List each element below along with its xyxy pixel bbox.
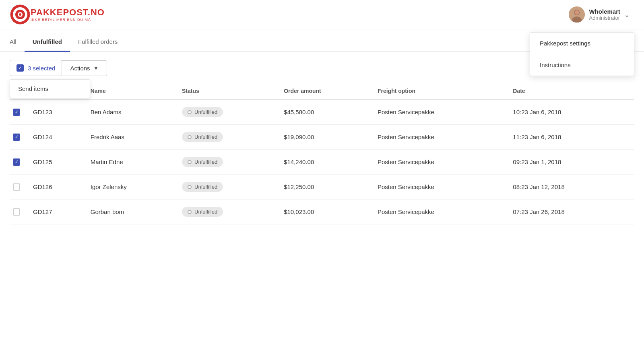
row-checkbox[interactable] bbox=[13, 183, 20, 191]
selected-badge: 3 selected bbox=[10, 60, 62, 76]
status-badge: Unfulfilled bbox=[182, 157, 223, 167]
bulk-checkbox[interactable] bbox=[17, 64, 24, 72]
table-row: GD127Gorban bomUnfulfilled$10,023.00Post… bbox=[10, 200, 634, 224]
cell-orderid: GD124 bbox=[30, 125, 87, 150]
col-status: Status bbox=[179, 82, 281, 100]
cell-orderid: GD127 bbox=[30, 200, 87, 224]
cell-orderid: GD125 bbox=[30, 150, 87, 175]
logo-title: PAKKEPOST.NO bbox=[31, 7, 105, 18]
row-checkbox[interactable] bbox=[13, 109, 20, 116]
actions-button[interactable]: Actions ▼ bbox=[62, 60, 107, 76]
table-row: GD123Ben AdamsUnfulfilled$45,580.00Poste… bbox=[10, 100, 634, 125]
col-freight: Freight option bbox=[374, 82, 510, 100]
user-menu-trigger[interactable]: Wholemart Administrator ⌄ bbox=[564, 4, 634, 25]
cell-status: Unfulfilled bbox=[179, 125, 281, 150]
orders-table: Orderid Name Status Order amount Freight… bbox=[10, 82, 634, 224]
avatar bbox=[569, 6, 585, 23]
cell-freight: Posten Servicepakke bbox=[374, 200, 510, 224]
pakkepost-settings-item[interactable]: Pakkepost settings bbox=[530, 33, 634, 54]
logo-icon bbox=[10, 4, 31, 25]
cell-name: Martin Edne bbox=[87, 150, 179, 175]
status-dot-icon bbox=[188, 135, 192, 139]
col-amount: Order amount bbox=[281, 82, 374, 100]
status-dot-icon bbox=[188, 110, 192, 114]
status-badge: Unfulfilled bbox=[182, 182, 223, 192]
cell-status: Unfulfilled bbox=[179, 150, 281, 175]
cell-status: Unfulfilled bbox=[179, 200, 281, 224]
header: PAKKEPOST.NO IKKE BETAL MER ENN DU MÅ Wh… bbox=[0, 0, 644, 29]
svg-point-4 bbox=[19, 13, 21, 16]
send-items-item[interactable]: Send items bbox=[10, 80, 90, 98]
cell-name: Gorban bom bbox=[87, 200, 179, 224]
row-checkbox[interactable] bbox=[13, 208, 20, 216]
cell-amount: $14,240.00 bbox=[281, 150, 374, 175]
col-name: Name bbox=[87, 82, 179, 100]
actions-label: Actions bbox=[70, 65, 90, 72]
cell-name: Igor Zelensky bbox=[87, 175, 179, 200]
cell-date: 08:23 Jan 12, 2018 bbox=[510, 175, 634, 200]
cell-date: 07:23 Jan 26, 2018 bbox=[510, 200, 634, 224]
cell-amount: $10,023.00 bbox=[281, 200, 374, 224]
cell-status: Unfulfilled bbox=[179, 100, 281, 125]
user-name: Wholemart bbox=[589, 8, 620, 15]
actions-chevron-icon: ▼ bbox=[93, 65, 99, 71]
avatar-image bbox=[569, 6, 585, 23]
tab-fulfilled[interactable]: Fulfilled orders bbox=[70, 33, 126, 52]
cell-orderid: GD126 bbox=[30, 175, 87, 200]
cell-freight: Posten Servicepakke bbox=[374, 175, 510, 200]
logo-subtitle: IKKE BETAL MER ENN DU MÅ bbox=[31, 18, 105, 22]
selected-count: 3 selected bbox=[28, 65, 55, 72]
user-dropdown-menu: Pakkepost settings Instructions bbox=[530, 32, 634, 76]
cell-amount: $19,090.00 bbox=[281, 125, 374, 150]
tab-unfulfilled[interactable]: Unfulfilled bbox=[25, 33, 70, 52]
status-badge: Unfulfilled bbox=[182, 132, 223, 142]
cell-amount: $12,250.00 bbox=[281, 175, 374, 200]
table-header-row: Orderid Name Status Order amount Freight… bbox=[10, 82, 634, 100]
status-badge: Unfulfilled bbox=[182, 207, 223, 217]
cell-date: 11:23 Jan 6, 2018 bbox=[510, 125, 634, 150]
cell-amount: $45,580.00 bbox=[281, 100, 374, 125]
cell-orderid: GD123 bbox=[30, 100, 87, 125]
row-checkbox[interactable] bbox=[13, 158, 20, 166]
user-info: Wholemart Administrator bbox=[589, 8, 620, 21]
col-date: Date bbox=[510, 82, 634, 100]
tab-all[interactable]: All bbox=[10, 33, 25, 52]
actions-dropdown-menu: Send items bbox=[10, 79, 90, 98]
row-checkbox[interactable] bbox=[13, 134, 20, 141]
cell-name: Fredrik Aaas bbox=[87, 125, 179, 150]
cell-freight: Posten Servicepakke bbox=[374, 125, 510, 150]
status-dot-icon bbox=[188, 160, 192, 164]
table-row: GD125Martin EdneUnfulfilled$14,240.00Pos… bbox=[10, 150, 634, 175]
svg-point-8 bbox=[575, 10, 579, 15]
chevron-down-icon: ⌄ bbox=[624, 11, 630, 19]
table-area: 3 selected Actions ▼ Send items Orderid … bbox=[0, 52, 644, 232]
cell-freight: Posten Servicepakke bbox=[374, 100, 510, 125]
logo-text: PAKKEPOST.NO IKKE BETAL MER ENN DU MÅ bbox=[31, 7, 105, 22]
status-dot-icon bbox=[188, 210, 192, 214]
user-role: Administrator bbox=[589, 15, 620, 21]
status-badge: Unfulfilled bbox=[182, 107, 223, 117]
cell-date: 10:23 Jan 6, 2018 bbox=[510, 100, 634, 125]
cell-freight: Posten Servicepakke bbox=[374, 150, 510, 175]
instructions-item[interactable]: Instructions bbox=[530, 54, 634, 76]
cell-status: Unfulfilled bbox=[179, 175, 281, 200]
cell-date: 09:23 Jan 1, 2018 bbox=[510, 150, 634, 175]
cell-name: Ben Adams bbox=[87, 100, 179, 125]
status-dot-icon bbox=[188, 185, 192, 189]
logo: PAKKEPOST.NO IKKE BETAL MER ENN DU MÅ bbox=[10, 4, 105, 25]
table-row: GD124Fredrik AaasUnfulfilled$19,090.00Po… bbox=[10, 125, 634, 150]
table-row: GD126Igor ZelenskyUnfulfilled$12,250.00P… bbox=[10, 175, 634, 200]
